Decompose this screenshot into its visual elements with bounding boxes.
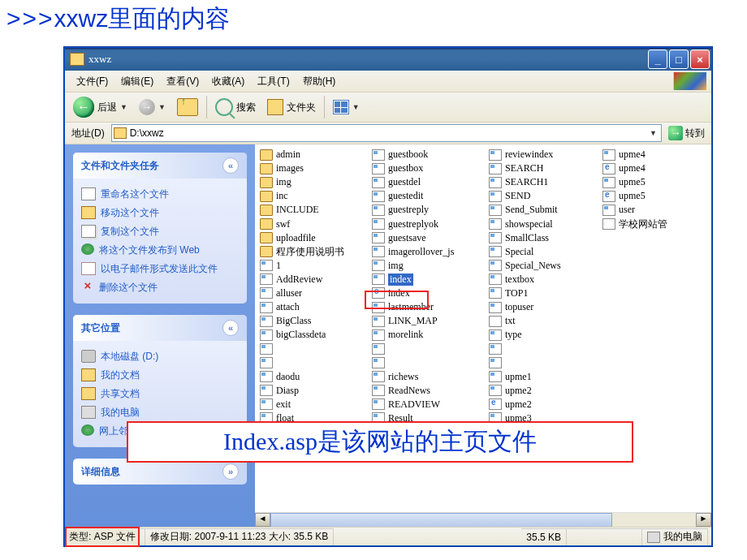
forward-button[interactable]: → ▼: [134, 97, 171, 117]
file-item[interactable]: Special: [487, 245, 601, 259]
go-button[interactable]: → 转到: [665, 126, 708, 140]
file-item[interactable]: 学校网站管: [601, 217, 706, 230]
scroll-right-button[interactable]: ►: [696, 513, 711, 527]
place-my-documents[interactable]: 我的文档: [81, 366, 239, 385]
file-item[interactable]: [370, 342, 487, 355]
place-local-disk[interactable]: 本地磁盘 (D:): [81, 347, 239, 366]
menu-view[interactable]: 查看(V): [160, 72, 205, 91]
horizontal-scrollbar[interactable]: ◄ ►: [255, 512, 711, 527]
file-item[interactable]: guestbox: [370, 162, 487, 175]
task-email[interactable]: 以电子邮件形式发送此文件: [81, 260, 239, 278]
file-item[interactable]: [487, 342, 601, 355]
file-item[interactable]: LINK_MAP: [370, 314, 487, 328]
file-item[interactable]: img: [258, 175, 370, 189]
expand-icon[interactable]: »: [222, 463, 239, 480]
file-item[interactable]: index: [370, 286, 487, 300]
file-item[interactable]: reviewindex: [487, 148, 601, 162]
file-item[interactable]: swf: [258, 217, 370, 230]
tasks-header[interactable]: 文件和文件夹任务 «: [73, 153, 247, 179]
file-item[interactable]: SmallClass: [487, 231, 601, 245]
file-item[interactable]: guestdel: [370, 175, 487, 189]
file-item[interactable]: guestedit: [370, 189, 487, 203]
file-item[interactable]: upme2: [487, 384, 601, 398]
file-item[interactable]: SEARCH: [487, 162, 601, 175]
search-button[interactable]: 搜索: [210, 97, 261, 118]
address-input[interactable]: D:\xxwz ▼: [111, 124, 662, 142]
file-item[interactable]: uploadfile: [258, 231, 370, 245]
file-item[interactable]: SEARCH1: [487, 175, 601, 189]
collapse-icon[interactable]: «: [222, 320, 239, 336]
file-item[interactable]: [258, 355, 370, 369]
dropdown-icon[interactable]: ▼: [647, 129, 659, 137]
file-item[interactable]: upme5: [601, 175, 706, 189]
task-copy[interactable]: 复制这个文件: [81, 222, 239, 241]
file-item[interactable]: imagerollover_js: [370, 245, 487, 259]
task-rename[interactable]: 重命名这个文件: [81, 185, 239, 204]
file-item[interactable]: topuser: [487, 300, 601, 314]
file-item[interactable]: SEND: [487, 189, 601, 203]
other-places-header[interactable]: 其它位置 «: [73, 315, 247, 341]
file-item[interactable]: guestsave: [370, 231, 487, 245]
menu-tools[interactable]: 工具(T): [251, 72, 296, 91]
file-item[interactable]: upme5: [601, 189, 706, 203]
file-item[interactable]: bigClassdeta: [258, 328, 370, 342]
file-item[interactable]: guestreply: [370, 203, 487, 217]
chevron-down-icon[interactable]: ▼: [158, 103, 166, 111]
close-button[interactable]: ×: [690, 50, 710, 69]
chevron-down-icon[interactable]: ▼: [352, 103, 360, 111]
file-item[interactable]: index: [370, 273, 487, 286]
scroll-thumb[interactable]: [270, 513, 612, 527]
task-move[interactable]: 移动这个文件: [81, 204, 239, 222]
file-item[interactable]: guestbook: [370, 148, 487, 162]
file-item[interactable]: upme4: [601, 148, 706, 162]
file-item[interactable]: attach: [258, 300, 370, 314]
file-item[interactable]: BigClass: [258, 314, 370, 328]
file-item[interactable]: textbox: [487, 273, 601, 286]
back-button[interactable]: ← 后退 ▼: [68, 95, 132, 119]
file-item[interactable]: upme1: [487, 370, 601, 384]
file-item[interactable]: morelink: [370, 328, 487, 342]
file-item[interactable]: Special_News: [487, 259, 601, 273]
minimize-button[interactable]: _: [648, 50, 667, 69]
file-item[interactable]: img: [370, 259, 487, 273]
file-item[interactable]: richews: [370, 370, 487, 384]
file-item[interactable]: INCLUDE: [258, 203, 370, 217]
file-item[interactable]: Diasp: [258, 384, 370, 398]
file-item[interactable]: READVIEW: [370, 398, 487, 411]
file-item[interactable]: guestreplyok: [370, 217, 487, 230]
collapse-icon[interactable]: «: [222, 157, 239, 174]
views-button[interactable]: ▼: [328, 98, 365, 116]
file-list[interactable]: adminimagesimgincINCLUDEswfuploadfile程序使…: [255, 144, 711, 527]
file-item[interactable]: 1: [258, 259, 370, 273]
maximize-button[interactable]: □: [669, 50, 689, 69]
task-delete[interactable]: ×删除这个文件: [81, 278, 239, 297]
scroll-left-button[interactable]: ◄: [255, 513, 270, 527]
file-item[interactable]: ReadNews: [370, 384, 487, 398]
file-item[interactable]: [487, 355, 601, 369]
file-item[interactable]: type: [487, 328, 601, 342]
file-item[interactable]: alluser: [258, 286, 370, 300]
file-item[interactable]: TOP1: [487, 286, 601, 300]
file-item[interactable]: Send_Submit: [487, 203, 601, 217]
folders-button[interactable]: 文件夹: [262, 97, 321, 117]
file-item[interactable]: [370, 355, 487, 369]
file-item[interactable]: user: [601, 203, 706, 217]
file-item[interactable]: txt: [487, 314, 601, 328]
file-item[interactable]: 程序使用说明书: [258, 245, 370, 259]
menu-edit[interactable]: 编辑(E): [114, 72, 160, 91]
file-item[interactable]: showspecial: [487, 217, 601, 230]
task-publish-web[interactable]: 将这个文件发布到 Web: [81, 241, 239, 260]
file-item[interactable]: lastmember: [370, 300, 487, 314]
file-item[interactable]: images: [258, 162, 370, 175]
menu-file[interactable]: 文件(F): [70, 72, 114, 91]
chevron-down-icon[interactable]: ▼: [120, 103, 127, 111]
up-button[interactable]: [172, 97, 203, 118]
file-item[interactable]: upme2: [487, 398, 601, 411]
file-item[interactable]: exit: [258, 398, 370, 411]
file-item[interactable]: daodu: [258, 370, 370, 384]
menu-help[interactable]: 帮助(H): [296, 72, 343, 91]
file-item[interactable]: upme4: [601, 162, 706, 175]
place-my-computer[interactable]: 我的电脑: [81, 403, 239, 422]
menu-favorites[interactable]: 收藏(A): [205, 72, 251, 91]
file-item[interactable]: [258, 342, 370, 355]
